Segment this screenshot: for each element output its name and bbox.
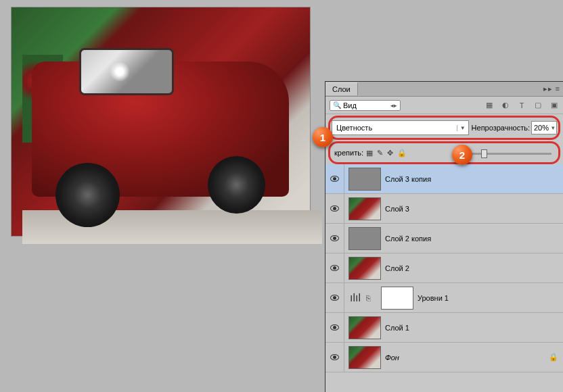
panel-toolbar: 🔍 Вид ◂▸ ▦ ◐ T ▢ ▣ [325, 97, 563, 114]
eye-icon [330, 295, 339, 301]
visibility-toggle[interactable] [325, 343, 344, 372]
layer-row[interactable]: Слой 1 [325, 313, 563, 343]
levels-adjustment-icon: ılıl [347, 290, 363, 306]
filter-label: Вид [343, 101, 357, 109]
opacity-control: Непрозрачность: 20% [472, 121, 557, 134]
lock-transparent-icon[interactable]: ▦ [366, 149, 373, 157]
eye-icon [330, 265, 339, 271]
lock-buttons: ▦ ✎ ✥ 🔒 [366, 149, 407, 157]
opacity-input[interactable]: 20% [531, 121, 557, 134]
layer-row[interactable]: ılıl⎘Уровни 1 [325, 283, 563, 313]
opacity-slider-thumb[interactable] [481, 149, 487, 158]
layer-row[interactable]: Слой 3 копия [325, 164, 563, 194]
visibility-toggle[interactable] [325, 253, 344, 283]
eye-icon [330, 324, 339, 330]
layers-panel: Слои ▸▸ ≡ 🔍 Вид ◂▸ ▦ ◐ T ▢ ▣ Цветность Н… [325, 81, 563, 392]
blend-mode-dropdown[interactable]: Цветность [332, 120, 469, 135]
canvas-content[interactable] [11, 7, 311, 237]
panel-menu-icon[interactable]: ▸▸ ≡ [543, 84, 563, 93]
filter-pixel-icon[interactable]: ▦ [485, 101, 494, 110]
lock-paint-icon[interactable]: ✎ [377, 149, 383, 157]
lock-move-icon[interactable]: ✥ [387, 149, 393, 157]
eye-icon [330, 205, 339, 212]
layer-thumbnail[interactable] [348, 168, 381, 191]
blend-mode-value: Цветность [336, 124, 372, 132]
layer-filter-dropdown[interactable]: 🔍 Вид ◂▸ [330, 100, 401, 111]
filter-shape-icon[interactable]: ▢ [533, 101, 543, 110]
layer-name-label[interactable]: Слой 3 копия [385, 175, 563, 183]
lock-slider-row: крепить: ▦ ✎ ✥ 🔒 [328, 141, 560, 164]
eye-icon [330, 354, 339, 360]
layers-list: Слой 3 копияСлой 3Слой 2 копияСлой 2ılıl… [325, 164, 563, 372]
layer-thumbnail[interactable] [348, 227, 381, 250]
canvas-graphic [208, 156, 265, 214]
canvas-area [0, 0, 321, 392]
visibility-toggle[interactable] [325, 194, 344, 223]
annotation-marker-1: 1 [313, 127, 333, 147]
layer-thumbnail[interactable] [381, 287, 413, 310]
tab-layers[interactable]: Слои [325, 82, 358, 95]
layer-thumbnail[interactable] [348, 346, 381, 369]
filter-icons: ▦ ◐ T ▢ ▣ [485, 101, 559, 110]
filter-smart-icon[interactable]: ▣ [549, 101, 559, 110]
lock-all-icon[interactable]: 🔒 [397, 149, 407, 157]
filter-adjust-icon[interactable]: ◐ [501, 101, 510, 110]
layer-name-label[interactable]: Уровни 1 [418, 294, 563, 302]
dropdown-arrows-icon: ◂▸ [390, 102, 397, 109]
visibility-toggle[interactable] [325, 224, 344, 253]
search-icon: 🔍 [333, 101, 341, 109]
link-icon: ⎘ [366, 294, 374, 302]
visibility-toggle[interactable] [325, 164, 344, 193]
filter-type-icon[interactable]: T [517, 101, 526, 110]
layer-name-label[interactable]: Слой 2 копия [385, 235, 563, 243]
visibility-toggle[interactable] [325, 283, 344, 312]
layer-name-label[interactable]: Слой 2 [385, 264, 563, 272]
blend-opacity-row: Цветность Непрозрачность: 20% [328, 116, 560, 140]
canvas-graphic [55, 163, 120, 227]
eye-icon [330, 235, 339, 241]
layer-name-label[interactable]: Слой 3 [385, 205, 563, 213]
canvas-graphic [110, 62, 130, 82]
layer-row[interactable]: Слой 3 [325, 194, 563, 224]
layer-thumbnail[interactable] [348, 316, 381, 339]
annotation-marker-2: 2 [452, 145, 472, 165]
layer-thumbnail[interactable] [348, 257, 381, 280]
visibility-toggle[interactable] [325, 313, 344, 342]
layer-name-label[interactable]: Слой 1 [385, 324, 563, 332]
layer-row[interactable]: Фон🔒 [325, 343, 563, 372]
layer-thumbnail[interactable] [348, 197, 381, 220]
lock-label: крепить: [334, 149, 363, 157]
opacity-value: 20% [534, 124, 549, 132]
lock-icon: 🔒 [547, 353, 560, 362]
panel-tab-bar: Слои ▸▸ ≡ [325, 82, 563, 97]
layer-row[interactable]: Слой 2 копия [325, 224, 563, 253]
opacity-label: Непрозрачность: [472, 124, 530, 132]
eye-icon [330, 176, 339, 182]
layer-name-label[interactable]: Фон [385, 353, 547, 362]
layer-row[interactable]: Слой 2 [325, 253, 563, 283]
